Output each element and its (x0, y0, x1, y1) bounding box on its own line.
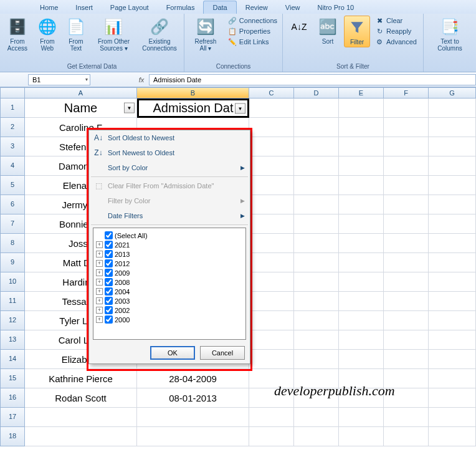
cell[interactable] (249, 137, 294, 156)
cell[interactable]: Rodan Scott (25, 388, 137, 408)
cell[interactable] (339, 118, 384, 137)
checkbox-year[interactable] (105, 306, 113, 314)
row-header[interactable]: 17 (0, 408, 25, 427)
cell[interactable] (294, 330, 339, 350)
cell[interactable] (384, 99, 429, 118)
refresh-all-button[interactable]: 🔄Refresh All ▾ (188, 16, 223, 53)
cell[interactable] (294, 137, 339, 156)
filter-dropdown-button[interactable]: ▼ (235, 103, 245, 113)
row-header[interactable]: 9 (0, 253, 25, 272)
col-header-g[interactable]: G (429, 87, 476, 99)
select-all-corner[interactable] (0, 87, 25, 99)
row-header[interactable]: 8 (0, 234, 25, 253)
name-box[interactable]: B1 (28, 74, 90, 85)
row-header[interactable]: 16 (0, 388, 25, 408)
reapply-button[interactable]: ↻Reapply (374, 26, 418, 36)
cell[interactable] (429, 214, 476, 234)
tab-insert[interactable]: Insert (67, 1, 102, 14)
cell[interactable] (249, 195, 294, 214)
checkbox-year[interactable] (105, 315, 113, 324)
cell[interactable] (249, 330, 294, 350)
row-header[interactable]: 18 (0, 427, 25, 446)
cell[interactable] (137, 408, 249, 427)
row-header[interactable]: 4 (0, 156, 25, 176)
checkbox-year[interactable] (105, 297, 113, 305)
cell[interactable] (429, 99, 476, 118)
row-header[interactable]: 2 (0, 118, 25, 137)
col-header-b[interactable]: B (137, 87, 249, 99)
tree-year[interactable]: +2004 (96, 287, 243, 296)
cell[interactable] (339, 137, 384, 156)
cancel-button[interactable]: Cancel (200, 346, 245, 360)
cell[interactable] (384, 427, 429, 446)
cell[interactable] (294, 99, 339, 118)
cell[interactable] (429, 195, 476, 214)
cell[interactable] (384, 292, 429, 311)
cell[interactable] (384, 195, 429, 214)
cell[interactable]: Kathrine Pierce (25, 369, 137, 388)
from-access-button[interactable]: 🗄️From Access (4, 16, 31, 53)
row-header[interactable]: 6 (0, 195, 25, 214)
cell[interactable] (429, 176, 476, 195)
cell[interactable] (249, 292, 294, 311)
expand-icon[interactable]: + (96, 279, 103, 286)
row-header[interactable]: 15 (0, 369, 25, 388)
cell[interactable] (137, 427, 249, 446)
checkbox-year[interactable] (105, 278, 113, 286)
cell[interactable] (429, 234, 476, 253)
cell[interactable]: 28-04-2009 (137, 369, 249, 388)
cell[interactable] (429, 408, 476, 427)
cell[interactable] (384, 156, 429, 176)
cell[interactable] (249, 214, 294, 234)
col-header-a[interactable]: A (25, 87, 137, 99)
sort-by-color[interactable]: Sort by Color▶ (89, 160, 250, 175)
sort-oldest-newest[interactable]: A↓Sort Oldest to Newest (89, 130, 250, 145)
cell[interactable] (294, 311, 339, 330)
tree-year[interactable]: +2000 (96, 315, 243, 324)
cell[interactable] (339, 195, 384, 214)
cell[interactable] (339, 156, 384, 176)
cell[interactable] (294, 427, 339, 446)
row-header[interactable]: 14 (0, 350, 25, 369)
cell[interactable] (249, 350, 294, 369)
sort-button[interactable]: 🔤Sort (315, 16, 340, 46)
cell[interactable] (384, 214, 429, 234)
sort-newest-oldest[interactable]: Z↓Sort Newest to Oldest (89, 145, 250, 160)
cell[interactable] (249, 253, 294, 272)
cell[interactable]: Admission Dat▼ (137, 99, 249, 118)
col-header-f[interactable]: F (384, 87, 429, 99)
expand-icon[interactable]: + (96, 316, 103, 323)
cell[interactable] (294, 156, 339, 176)
cell[interactable] (429, 311, 476, 330)
expand-icon[interactable]: + (96, 260, 103, 267)
checkbox-year[interactable] (105, 287, 113, 296)
col-header-d[interactable]: D (294, 87, 339, 99)
cell[interactable] (294, 408, 339, 427)
checkbox-year[interactable] (105, 269, 113, 277)
tree-select-all[interactable]: (Select All) (96, 231, 243, 240)
connections-button[interactable]: 🔗Connections (227, 16, 278, 26)
expand-icon[interactable]: + (96, 307, 103, 314)
checkbox-year[interactable] (105, 259, 113, 267)
cell[interactable] (339, 292, 384, 311)
cell[interactable] (294, 214, 339, 234)
from-web-button[interactable]: 🌐From Web (35, 16, 60, 53)
cell[interactable] (339, 176, 384, 195)
cell[interactable] (384, 330, 429, 350)
cell[interactable] (339, 272, 384, 292)
date-filters[interactable]: Date Filters▶ (89, 208, 250, 223)
cell[interactable] (429, 330, 476, 350)
tab-home[interactable]: Home (31, 1, 67, 14)
filter-dropdown-button[interactable]: ▼ (124, 103, 135, 113)
row-header[interactable]: 5 (0, 176, 25, 195)
cell[interactable] (429, 369, 476, 388)
row-header[interactable]: 11 (0, 292, 25, 311)
cell[interactable] (339, 253, 384, 272)
cell[interactable] (384, 137, 429, 156)
cell[interactable] (339, 311, 384, 330)
advanced-button[interactable]: ⚙Advanced (374, 37, 418, 47)
cell[interactable] (294, 118, 339, 137)
tree-year[interactable]: +2008 (96, 277, 243, 287)
checkbox-year[interactable] (105, 241, 113, 249)
cell[interactable] (339, 408, 384, 427)
